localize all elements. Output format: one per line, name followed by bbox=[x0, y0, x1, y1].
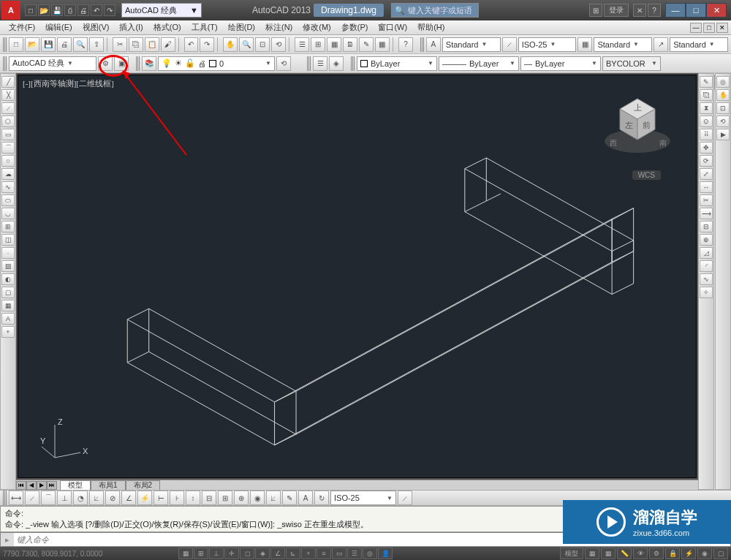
steering-wheel-button[interactable]: ◎ bbox=[716, 76, 730, 88]
menu-format[interactable]: 格式(O) bbox=[149, 20, 186, 34]
menu-insert[interactable]: 插入(I) bbox=[115, 20, 147, 34]
isolate-objects[interactable]: ◉ bbox=[697, 548, 712, 559]
join-button[interactable]: ⊕ bbox=[700, 234, 713, 246]
dim-ordinate-button[interactable]: ⊥ bbox=[57, 491, 72, 505]
properties-button[interactable]: ☰ bbox=[295, 37, 309, 52]
tab-layout1[interactable]: 布局1 bbox=[91, 480, 126, 491]
coordinate-display[interactable]: 7790.7300, 8009.9017, 0.0000 bbox=[3, 550, 178, 558]
sheetset-button[interactable]: 🗎 bbox=[343, 37, 357, 52]
dim-inspect-button[interactable]: ◉ bbox=[250, 491, 265, 505]
dim-angular-button[interactable]: ∠ bbox=[121, 491, 136, 505]
hatch-button[interactable]: ▨ bbox=[1, 260, 15, 272]
rectangle-button[interactable]: ▭ bbox=[1, 129, 15, 140]
spline-button[interactable]: ∿ bbox=[1, 181, 15, 193]
ortho-toggle[interactable]: ⊥ bbox=[209, 548, 224, 559]
tablestyle-icon[interactable]: ▦ bbox=[577, 37, 592, 52]
quickcalc-button[interactable]: ▦ bbox=[375, 37, 390, 52]
tpy-toggle[interactable]: ▭ bbox=[332, 548, 346, 559]
layer-iso-button[interactable]: ◈ bbox=[329, 56, 344, 71]
dim-arc-button[interactable]: ⌒ bbox=[41, 491, 56, 505]
lineweight-dropdown[interactable]: —ByLayer▼ bbox=[520, 56, 601, 71]
tablestyle-dropdown[interactable]: Standard▼ bbox=[594, 37, 652, 52]
viewcube[interactable]: 上 左 前 西 南 bbox=[601, 90, 674, 163]
quick-view-layouts[interactable]: ▦ bbox=[585, 548, 599, 559]
table-button[interactable]: ▦ bbox=[1, 300, 15, 311]
new-button[interactable]: □ bbox=[9, 37, 23, 52]
lwt-toggle[interactable]: ≡ bbox=[317, 548, 331, 559]
print-button[interactable]: 🖨 bbox=[57, 37, 72, 52]
new-icon[interactable]: □ bbox=[25, 4, 37, 16]
point-button[interactable]: · bbox=[1, 247, 15, 259]
extend-button[interactable]: ⟶ bbox=[700, 208, 713, 219]
wcs-label[interactable]: WCS bbox=[632, 170, 661, 180]
pan-button[interactable]: ✋ bbox=[223, 37, 238, 52]
dyn-toggle[interactable]: + bbox=[301, 548, 316, 559]
login-button[interactable]: 登录 bbox=[604, 4, 629, 17]
menu-window[interactable]: 窗口(W) bbox=[374, 20, 412, 34]
tab-layout2[interactable]: 布局2 bbox=[126, 480, 161, 491]
workspace-dropdown2[interactable]: AutoCAD 经典▼ bbox=[9, 56, 96, 71]
insert-button[interactable]: ⊞ bbox=[1, 221, 15, 232]
xline-button[interactable]: ╳ bbox=[1, 89, 15, 101]
array-button[interactable]: ⠿ bbox=[700, 129, 713, 140]
otrack-toggle[interactable]: ∠ bbox=[270, 548, 285, 559]
zoom-extents-button[interactable]: ⊡ bbox=[716, 102, 730, 114]
doc-min-button[interactable]: — bbox=[690, 23, 702, 33]
fillet-button[interactable]: ◜ bbox=[700, 260, 713, 272]
zoom-button[interactable]: 🔍 bbox=[239, 37, 254, 52]
dim-tedit-button[interactable]: A bbox=[298, 491, 313, 505]
ws-switch-button[interactable]: ⚙ bbox=[649, 548, 664, 559]
undo-button[interactable]: ↶ bbox=[184, 37, 199, 52]
dim-baseline-button[interactable]: ⊢ bbox=[154, 491, 168, 505]
dim-continue-button[interactable]: ⊦ bbox=[170, 491, 184, 505]
addselected-button[interactable]: + bbox=[1, 326, 15, 338]
maximize-button[interactable]: □ bbox=[686, 3, 706, 18]
zoom-prev-button[interactable]: ⟲ bbox=[271, 37, 286, 52]
region-button[interactable]: ▢ bbox=[1, 287, 15, 298]
ducs-toggle[interactable]: ⊾ bbox=[286, 548, 300, 559]
dim-style-button[interactable]: ⟋ bbox=[398, 491, 412, 505]
linetype-dropdown[interactable]: ———ByLayer▼ bbox=[439, 56, 519, 71]
mleaderstyle-dropdown[interactable]: Standard▼ bbox=[670, 37, 728, 52]
ws-settings-button[interactable]: ⚙ bbox=[98, 56, 113, 71]
stretch-button[interactable]: ↔ bbox=[700, 181, 713, 193]
trim-button[interactable]: ✂ bbox=[700, 194, 713, 206]
menu-file[interactable]: 文件(F) bbox=[4, 20, 39, 34]
revcloud-button[interactable]: ☁ bbox=[1, 168, 15, 180]
menu-help[interactable]: 帮助(H) bbox=[413, 20, 449, 34]
showmotion-button[interactable]: ▶ bbox=[716, 129, 730, 140]
tab-prev-button[interactable]: ◀ bbox=[26, 481, 37, 490]
mirror-button[interactable]: ⧗ bbox=[700, 102, 713, 114]
offset-button[interactable]: ⊙ bbox=[700, 116, 713, 127]
pline-button[interactable]: ⟋ bbox=[1, 102, 15, 114]
dim-style-dropdown[interactable]: ISO-25▼ bbox=[330, 491, 396, 505]
move-button[interactable]: ✥ bbox=[700, 142, 713, 154]
workspace-dropdown[interactable]: AutoCAD 经典 ▼ bbox=[121, 3, 202, 18]
dim-diameter-button[interactable]: ⊘ bbox=[105, 491, 120, 505]
am-toggle[interactable]: 👤 bbox=[378, 548, 393, 559]
close-button[interactable]: ✕ bbox=[706, 3, 727, 18]
dim-space-button[interactable]: ↕ bbox=[186, 491, 200, 505]
tab-next-button[interactable]: ▶ bbox=[37, 481, 47, 490]
zoom-window-button[interactable]: ⊡ bbox=[255, 37, 270, 52]
preview-button[interactable]: 🔍 bbox=[73, 37, 88, 52]
plot-icon[interactable]: 🖨 bbox=[77, 4, 89, 16]
annotation-visibility[interactable]: 👁 bbox=[633, 548, 648, 559]
textstyle-dropdown[interactable]: Standard▼ bbox=[442, 37, 501, 52]
quick-view-drawings[interactable]: ▦ bbox=[601, 548, 616, 559]
copy-button[interactable]: ⿻ bbox=[129, 37, 143, 52]
rotate-button[interactable]: ⟳ bbox=[700, 155, 713, 167]
explode-button[interactable]: ✧ bbox=[700, 287, 713, 298]
color-dropdown[interactable]: ByLayer▼ bbox=[357, 56, 437, 71]
qp-toggle[interactable]: ☰ bbox=[347, 548, 362, 559]
saveas-icon[interactable]: ⎙ bbox=[64, 4, 76, 16]
toolpalette-button[interactable]: ▦ bbox=[327, 37, 341, 52]
save-icon[interactable]: 💾 bbox=[51, 4, 63, 16]
arc-button[interactable]: ⌒ bbox=[1, 142, 15, 154]
app-logo[interactable]: A bbox=[1, 1, 20, 20]
minimize-button[interactable]: — bbox=[665, 3, 686, 18]
mtext-button[interactable]: A bbox=[1, 313, 15, 325]
break-button[interactable]: ⊟ bbox=[700, 221, 713, 232]
copy2-button[interactable]: ⿻ bbox=[700, 89, 713, 101]
model-space-toggle[interactable]: 模型 bbox=[560, 548, 583, 559]
